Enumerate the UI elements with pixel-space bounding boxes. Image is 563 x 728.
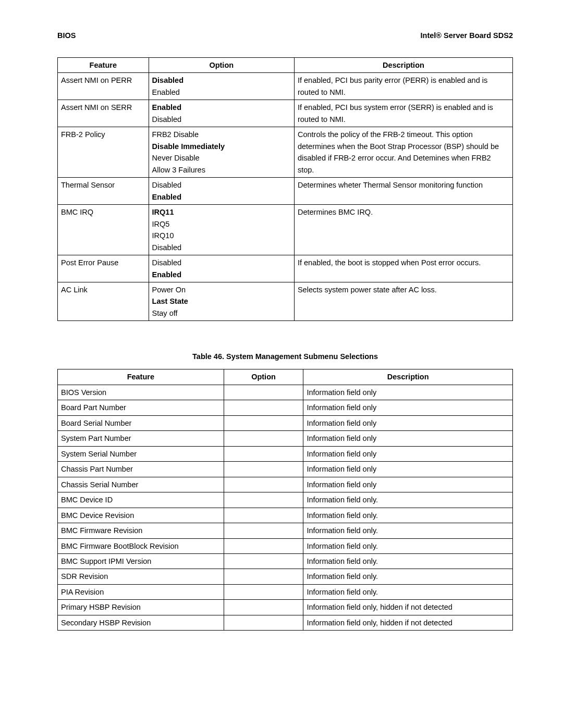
cell-description: Selects system power state after AC loss… bbox=[294, 282, 512, 320]
cell-description: If enabled, PCI bus system error (SERR) … bbox=[294, 100, 512, 127]
cell-description: Information field only, hidden if not de… bbox=[303, 615, 513, 630]
option-value: Enabled bbox=[152, 102, 291, 113]
table-row: System Serial NumberInformation field on… bbox=[58, 446, 513, 461]
option-value: Disabled bbox=[152, 257, 291, 268]
cell-feature: Thermal Sensor bbox=[58, 178, 149, 205]
cell-option: EnabledDisabled bbox=[149, 100, 294, 127]
cell-description: Information field only bbox=[303, 415, 513, 430]
cell-option bbox=[224, 492, 303, 508]
option-value: Disabled bbox=[152, 114, 291, 125]
cell-description: Information field only bbox=[303, 400, 513, 415]
table-row: PIA RevisionInformation field only. bbox=[58, 584, 513, 599]
cell-option bbox=[224, 462, 303, 477]
cell-option bbox=[224, 569, 303, 584]
cell-feature: BMC IRQ bbox=[58, 205, 149, 255]
cell-feature: BMC Firmware Revision bbox=[58, 523, 224, 538]
cell-description: Determines wheter Thermal Sensor monitor… bbox=[294, 178, 512, 205]
cell-description: Information field only bbox=[303, 446, 513, 461]
table-row: Secondary HSBP RevisionInformation field… bbox=[58, 615, 513, 630]
cell-description: If enabled, PCI bus parity error (PERR) … bbox=[294, 73, 512, 100]
cell-option bbox=[224, 477, 303, 492]
cell-feature: Primary HSBP Revision bbox=[58, 600, 224, 615]
option-value: FRB2 Disable bbox=[152, 129, 291, 140]
option-value: IRQ10 bbox=[152, 230, 291, 241]
table-row: Thermal SensorDisabledEnabledDetermines … bbox=[58, 178, 513, 205]
cell-description: Determines BMC IRQ. bbox=[294, 205, 512, 255]
option-value: Stay off bbox=[152, 307, 291, 319]
cell-feature: SDR Revision bbox=[58, 569, 224, 584]
cell-feature: BMC Device ID bbox=[58, 492, 224, 508]
th-description: Description bbox=[294, 58, 512, 73]
cell-description: Information field only bbox=[303, 477, 513, 492]
cell-option: Power OnLast StateStay off bbox=[149, 282, 294, 320]
table-row: BMC Firmware BootBlock RevisionInformati… bbox=[58, 538, 513, 553]
option-value: Enabled bbox=[152, 191, 291, 203]
table-header-row: Feature Option Description bbox=[58, 369, 513, 385]
header-left: BIOS bbox=[57, 31, 76, 40]
cell-description: Controls the policy of the FRB-2 timeout… bbox=[294, 127, 512, 178]
table-row: System Part NumberInformation field only bbox=[58, 431, 513, 446]
table-row: Board Part NumberInformation field only bbox=[58, 400, 513, 415]
th-description: Description bbox=[303, 369, 513, 385]
cell-description: Information field only. bbox=[303, 523, 513, 538]
table-row: SDR RevisionInformation field only. bbox=[58, 569, 513, 584]
cell-feature: BIOS Version bbox=[58, 385, 224, 400]
cell-option bbox=[224, 400, 303, 415]
cell-feature: Post Error Pause bbox=[58, 255, 149, 282]
table-row: BIOS VersionInformation field only bbox=[58, 385, 513, 400]
table-row: Chassis Part NumberInformation field onl… bbox=[58, 462, 513, 477]
table-row: Chassis Serial NumberInformation field o… bbox=[58, 477, 513, 492]
cell-option bbox=[224, 415, 303, 430]
cell-feature: System Serial Number bbox=[58, 446, 224, 461]
table-row: BMC Device IDInformation field only. bbox=[58, 492, 513, 508]
page-header: BIOS Intel® Server Board SDS2 bbox=[57, 31, 513, 40]
th-feature: Feature bbox=[58, 58, 149, 73]
table-row: BMC Device RevisionInformation field onl… bbox=[58, 508, 513, 523]
cell-option: DisabledEnabled bbox=[149, 255, 294, 282]
cell-description: Information field only. bbox=[303, 569, 513, 584]
table-row: Assert NMI on PERRDisabledEnabledIf enab… bbox=[58, 73, 513, 100]
cell-option bbox=[224, 538, 303, 553]
option-value: IRQ11 bbox=[152, 206, 291, 218]
option-value: Last State bbox=[152, 295, 291, 307]
table-caption: Table 46. System Management Submenu Sele… bbox=[57, 352, 513, 361]
cell-option bbox=[224, 554, 303, 569]
table-row: BMC Firmware RevisionInformation field o… bbox=[58, 523, 513, 538]
cell-option bbox=[224, 600, 303, 615]
cell-option bbox=[224, 385, 303, 400]
option-value: Power On bbox=[152, 284, 291, 295]
cell-feature: AC Link bbox=[58, 282, 149, 320]
cell-feature: System Part Number bbox=[58, 431, 224, 446]
option-value: Disable Immediately bbox=[152, 141, 291, 152]
cell-description: Information field only. bbox=[303, 492, 513, 508]
cell-feature: PIA Revision bbox=[58, 584, 224, 599]
option-value: Disabled bbox=[152, 242, 291, 253]
cell-feature: Assert NMI on PERR bbox=[58, 73, 149, 100]
cell-feature: Board Serial Number bbox=[58, 415, 224, 430]
cell-option: FRB2 DisableDisable ImmediatelyNever Dis… bbox=[149, 127, 294, 178]
cell-option bbox=[224, 523, 303, 538]
cell-option bbox=[224, 446, 303, 461]
header-right: Intel® Server Board SDS2 bbox=[421, 31, 513, 40]
server-management-table: Feature Option Description Assert NMI on… bbox=[57, 57, 513, 321]
cell-description: Information field only. bbox=[303, 538, 513, 553]
cell-option bbox=[224, 615, 303, 630]
cell-option: DisabledEnabled bbox=[149, 73, 294, 100]
cell-description: Information field only, hidden if not de… bbox=[303, 600, 513, 615]
cell-feature: Chassis Part Number bbox=[58, 462, 224, 477]
option-value: Disabled bbox=[152, 179, 291, 191]
cell-description: Information field only bbox=[303, 431, 513, 446]
option-value: IRQ5 bbox=[152, 218, 291, 230]
cell-feature: Chassis Serial Number bbox=[58, 477, 224, 492]
table-row: Primary HSBP RevisionInformation field o… bbox=[58, 600, 513, 615]
cell-feature: Board Part Number bbox=[58, 400, 224, 415]
cell-description: Information field only bbox=[303, 462, 513, 477]
table-row: AC LinkPower OnLast StateStay offSelects… bbox=[58, 282, 513, 320]
cell-feature: Secondary HSBP Revision bbox=[58, 615, 224, 630]
table-header-row: Feature Option Description bbox=[58, 58, 513, 73]
system-management-submenu-table: Feature Option Description BIOS VersionI… bbox=[57, 369, 513, 631]
table-row: Assert NMI on SERREnabledDisabledIf enab… bbox=[58, 100, 513, 127]
cell-feature: Assert NMI on SERR bbox=[58, 100, 149, 127]
cell-description: Information field only. bbox=[303, 554, 513, 569]
cell-option: DisabledEnabled bbox=[149, 178, 294, 205]
